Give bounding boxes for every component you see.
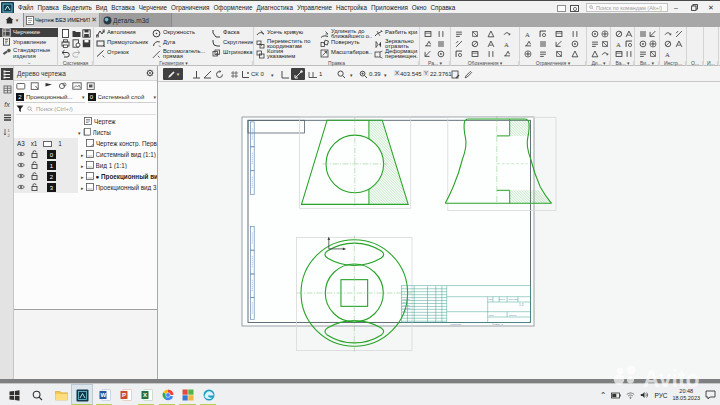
dim-leader-icon[interactable] — [436, 49, 447, 59]
marker-al-icon[interactable] — [469, 39, 480, 49]
taskbar-search-icon[interactable] — [29, 387, 45, 403]
view-combo[interactable]: 2 Проекционный... ▾ — [16, 92, 85, 103]
menu-item-12[interactable]: Окно — [412, 4, 427, 11]
eye-icon[interactable] — [17, 173, 25, 180]
menu-item-4[interactable]: Вставка — [111, 4, 134, 11]
eye-icon[interactable] — [17, 151, 25, 158]
grid-icon[interactable] — [229, 69, 240, 79]
tab-drawing[interactable]: Чертеж БЕЗ ИМЕНИ7 ✕ — [24, 13, 100, 27]
c-pt-icon[interactable] — [569, 49, 580, 59]
undo-icon[interactable] — [60, 49, 71, 59]
snap-perp-icon[interactable] — [191, 69, 202, 79]
taskbar-powerpoint-icon[interactable]: P — [118, 387, 134, 403]
taskbar-gridapp-icon[interactable] — [180, 387, 196, 403]
lightning-icon[interactable] — [486, 49, 497, 59]
command-search-input[interactable]: Поиск по командам (Alt+/) — [586, 3, 668, 12]
menu-item-3[interactable]: Вид — [96, 4, 107, 11]
marker-a-icon[interactable] — [453, 39, 464, 49]
ortho-icon[interactable] — [280, 69, 291, 79]
snap-angle-icon[interactable] — [202, 69, 213, 79]
menu-item-10[interactable]: Настройка — [336, 4, 367, 11]
tree-row-view-2[interactable]: 2 ▸ ● Проекционный вид 2 ( — [14, 171, 157, 182]
menu-item-0[interactable]: Файл — [18, 4, 33, 11]
style-pencil-icon[interactable] — [463, 69, 474, 79]
pt-flag-icon[interactable] — [44, 82, 54, 91]
ribbon-item-arc[interactable]: Дуга — [152, 39, 210, 48]
taskbar-word-icon[interactable]: W — [97, 387, 113, 403]
save-icon[interactable] — [81, 29, 92, 39]
lock-icon[interactable] — [31, 172, 38, 181]
pt-sheet-icon[interactable] — [30, 82, 40, 91]
battery-icon[interactable] — [611, 392, 621, 399]
tree-row-view-3[interactable]: 3 ▸ Проекционный вид 3 (1: — [14, 182, 157, 193]
in-5-icon[interactable]: A — [662, 49, 673, 59]
tol-frame-icon[interactable] — [502, 29, 513, 39]
zoom-value-caret-icon[interactable]: ▾ — [384, 72, 387, 78]
layer-selector[interactable]: 1 — [319, 71, 322, 77]
ribbon-item-trim[interactable]: Усечь кривую — [256, 29, 318, 38]
menu-item-2[interactable]: Выделить — [63, 4, 92, 11]
in-4-icon[interactable] — [674, 39, 685, 49]
tree-row-sheets[interactable]: ▾Листы — [14, 127, 157, 138]
in-1-icon[interactable] — [662, 29, 673, 39]
x-coord-value[interactable]: 403.545 — [400, 71, 422, 77]
zoom-icon[interactable] — [336, 69, 347, 79]
draw-mode-button[interactable]: ▾ — [163, 68, 183, 80]
ribbon-item-split[interactable]: Разбить кри... — [374, 29, 418, 38]
in-2-icon[interactable] — [674, 29, 685, 39]
expand-caret-icon[interactable]: ▸ — [81, 152, 84, 158]
dim-dia-icon[interactable] — [436, 29, 447, 39]
drawing-canvas[interactable]: Разраб.Пров.Т.контр.Н.контр.Утв.Лит.Масс… — [158, 82, 720, 379]
taskbar-start-icon[interactable] — [6, 387, 22, 403]
expand-caret-icon[interactable]: ▸ — [81, 163, 84, 169]
ribbon-item-rectangle[interactable]: Прямоугольник — [96, 39, 150, 48]
dim-auto-icon[interactable] — [422, 29, 433, 39]
vi-1-icon[interactable] — [637, 29, 648, 39]
menu-item-9[interactable]: Управление — [297, 4, 332, 11]
pt-image-icon[interactable] — [72, 82, 82, 91]
home-tab[interactable]: ▾ — [0, 13, 24, 27]
print-icon[interactable] — [60, 39, 71, 49]
ribbon-collapse-chevron-icon[interactable]: ⌄ — [0, 59, 58, 65]
pt-hand-icon[interactable] — [58, 82, 68, 91]
sort-panel-icon[interactable]: 12 — [1, 126, 13, 138]
lock-icon[interactable] — [31, 183, 38, 192]
vi-5-icon[interactable] — [637, 49, 648, 59]
list-panel-icon[interactable] — [1, 112, 13, 124]
cs-caret-icon[interactable]: ▾ — [271, 72, 274, 78]
filter-icon[interactable] — [16, 105, 24, 113]
c-mid-icon[interactable] — [538, 49, 549, 59]
save-as-icon[interactable] — [81, 39, 92, 49]
open-folder-icon[interactable] — [71, 29, 82, 39]
y-coord-value[interactable]: 22.3761 — [430, 71, 452, 77]
window-layout-icon[interactable] — [557, 5, 566, 12]
tray-language[interactable]: РУС — [654, 392, 667, 399]
gear-icon[interactable] — [146, 69, 154, 77]
mark-d-icon[interactable] — [486, 39, 497, 49]
layer-combo[interactable]: 0 Системный слой ▾ — [88, 92, 157, 103]
vi-3-icon[interactable] — [637, 39, 648, 49]
rough-icon[interactable] — [453, 29, 464, 39]
vi-2-icon[interactable] — [648, 29, 659, 39]
centermark-icon[interactable] — [502, 49, 513, 59]
va-2-icon[interactable] — [623, 29, 634, 39]
ribbon-item-scale[interactable]: Масштабиров... — [320, 49, 372, 58]
text-icon[interactable] — [453, 49, 464, 59]
tray-chevron-icon[interactable]: ⌃ — [600, 391, 607, 400]
menu-item-13[interactable]: Справка — [430, 4, 455, 11]
tree-row-root[interactable]: Чертеж — [14, 116, 157, 127]
menu-item-11[interactable]: Приложения — [371, 4, 408, 11]
taskbar-excel-icon[interactable]: X — [139, 387, 155, 403]
new-doc-icon[interactable] — [60, 29, 71, 39]
table-icon[interactable] — [469, 49, 480, 59]
preview-icon[interactable] — [71, 39, 82, 49]
fx-panel-icon[interactable]: fx — [1, 98, 13, 110]
tab-close-icon[interactable]: ✕ — [91, 16, 97, 24]
dim-arc-icon[interactable] — [436, 39, 447, 49]
tree-row-sheet1[interactable]: А3 x1 1 Чертеж констр. Перв — [14, 138, 157, 149]
datum-icon[interactable] — [486, 29, 497, 39]
taskbar-explorer-icon[interactable] — [53, 387, 69, 403]
dg-4-icon[interactable] — [599, 39, 610, 49]
pt-box-icon[interactable] — [86, 82, 96, 91]
taskbar-chrome-icon[interactable] — [160, 387, 176, 403]
